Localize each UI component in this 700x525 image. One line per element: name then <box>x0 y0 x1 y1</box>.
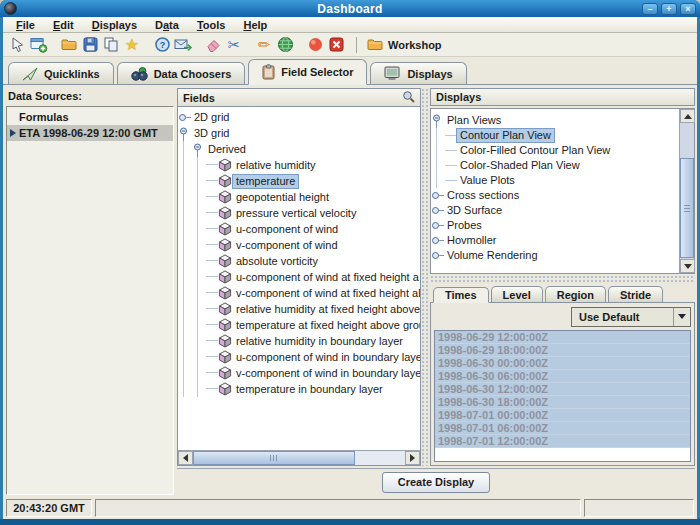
tree-item[interactable]: Value Plots <box>431 173 679 188</box>
tree-item[interactable]: Color-Filled Contour Plan View <box>431 143 679 158</box>
tree-item[interactable]: Derived <box>178 141 420 157</box>
tree-collapsed-icon[interactable] <box>431 188 444 203</box>
settings-tab-times[interactable]: Times <box>433 287 489 303</box>
maximize-button[interactable]: + <box>661 3 677 15</box>
tree-item[interactable]: v-component of wind at fixed height al <box>178 285 420 301</box>
globe-icon[interactable] <box>275 35 295 55</box>
new-window-icon[interactable] <box>29 35 49 55</box>
tab-field-selector[interactable]: Field Selector <box>248 59 367 85</box>
tree-item[interactable]: Cross sections <box>431 188 679 203</box>
menu-data[interactable]: Data <box>146 19 188 31</box>
time-item[interactable]: 1998-06-29 12:00:00Z <box>435 331 690 344</box>
tree-item[interactable]: Volume Rendering <box>431 248 679 263</box>
menu-file[interactable]: File <box>7 19 44 31</box>
search-fields-icon[interactable] <box>402 90 415 105</box>
time-item[interactable]: 1998-06-30 18:00:00Z <box>435 396 690 409</box>
tree-item[interactable]: relative humidity at fixed height above <box>178 301 420 317</box>
times-mode-dropdown[interactable]: Use Default <box>571 307 691 327</box>
save-icon[interactable] <box>80 35 100 55</box>
time-item[interactable]: 1998-07-01 00:00:00Z <box>435 409 690 422</box>
time-item[interactable]: 1998-06-30 12:00:00Z <box>435 383 690 396</box>
tree-expanded-icon[interactable] <box>431 113 444 128</box>
data-source-item[interactable]: ETA 1998-06-29 12:00 GMT <box>7 125 173 141</box>
workshop-folder-icon[interactable]: Workshop <box>365 35 444 55</box>
vertical-split-divider[interactable] <box>421 88 430 466</box>
tree-expanded-icon[interactable] <box>192 142 205 157</box>
create-display-button[interactable]: Create Display <box>382 472 490 493</box>
field-cube-icon <box>218 350 233 364</box>
open-file-icon[interactable] <box>59 35 79 55</box>
minimize-button[interactable]: – <box>642 3 658 15</box>
tree-item[interactable]: 3D grid <box>178 125 420 141</box>
time-item[interactable]: 1998-07-01 12:00:00Z <box>435 435 690 448</box>
tree-item[interactable]: Probes <box>431 218 679 233</box>
tree-item[interactable]: absolute vorticity <box>178 253 420 269</box>
tree-collapsed-icon[interactable] <box>178 110 191 125</box>
tree-item[interactable]: temperature at fixed height above grou <box>178 317 420 333</box>
close-button[interactable]: × <box>680 3 696 15</box>
tree-item[interactable]: Hovmoller <box>431 233 679 248</box>
tree-item[interactable]: pressure vertical velocity <box>178 205 420 221</box>
tree-collapsed-icon[interactable] <box>431 218 444 233</box>
tree-collapsed-icon[interactable] <box>431 248 444 263</box>
menu-edit[interactable]: Edit <box>44 19 83 31</box>
tree-item[interactable]: 2D grid <box>178 109 420 125</box>
horizontal-split-divider[interactable] <box>430 275 695 284</box>
scroll-right-button[interactable] <box>405 451 420 465</box>
time-item[interactable]: 1998-06-30 06:00:00Z <box>435 370 690 383</box>
tree-collapsed-icon[interactable] <box>431 233 444 248</box>
time-item[interactable]: 1998-06-29 18:00:00Z <box>435 344 690 357</box>
toolbar-separator <box>356 37 357 53</box>
edit-pencil-icon[interactable]: ✏ <box>254 35 274 55</box>
data-source-item[interactable]: Formulas <box>7 109 173 125</box>
tree-item[interactable]: Contour Plan View <box>431 128 679 143</box>
menu-tools[interactable]: Tools <box>188 19 235 31</box>
tree-item[interactable]: relative humidity <box>178 157 420 173</box>
titlebar[interactable]: Dashboard – + × <box>0 0 700 17</box>
menu-displays[interactable]: Displays <box>83 19 146 31</box>
tree-item[interactable]: u-component of wind at fixed height a <box>178 269 420 285</box>
help-icon[interactable]: ? <box>152 35 172 55</box>
dropdown-arrow-icon[interactable] <box>673 308 690 326</box>
tree-expanded-icon[interactable] <box>178 126 191 141</box>
tree-collapsed-icon[interactable] <box>431 203 444 218</box>
field-cube-icon <box>218 382 233 396</box>
tree-item[interactable]: u-component of wind <box>178 221 420 237</box>
send-support-icon[interactable] <box>173 35 193 55</box>
settings-tab-level[interactable]: Level <box>491 286 543 302</box>
tree-item-label: v-component of wind <box>233 239 341 252</box>
tree-item[interactable]: v-component of wind in boundary laye <box>178 365 420 381</box>
settings-tab-stride[interactable]: Stride <box>608 286 663 302</box>
tab-displays[interactable]: Displays <box>370 62 466 84</box>
tree-item[interactable]: 3D Surface <box>431 203 679 218</box>
tree-item[interactable]: temperature in boundary layer <box>178 381 420 397</box>
tree-item[interactable]: relative humidity in boundary layer <box>178 333 420 349</box>
menu-help[interactable]: Help <box>234 19 276 31</box>
copy-icon[interactable] <box>101 35 121 55</box>
time-item[interactable]: 1998-07-01 06:00:00Z <box>435 422 690 435</box>
settings-tab-region[interactable]: Region <box>545 286 606 302</box>
scroll-up-button[interactable] <box>680 109 695 123</box>
tree-item-label: 3D grid <box>191 127 232 140</box>
statusbar: 20:43:20 GMT <box>3 497 697 519</box>
favorites-star-icon[interactable]: ★ <box>122 35 142 55</box>
tree-item[interactable]: u-component of wind in boundary laye <box>178 349 420 365</box>
time-item[interactable]: 1998-06-30 00:00:00Z <box>435 357 690 370</box>
tab-quicklinks[interactable]: Quicklinks <box>8 62 114 84</box>
tree-item[interactable]: temperature <box>178 173 420 189</box>
tab-data-choosers[interactable]: Data Choosers <box>117 62 246 84</box>
stop-icon[interactable] <box>305 35 325 55</box>
tree-item[interactable]: Plan Views <box>431 113 679 128</box>
tree-item[interactable]: Color-Shaded Plan View <box>431 158 679 173</box>
tree-item[interactable]: v-component of wind <box>178 237 420 253</box>
vertical-scroll-thumb[interactable] <box>680 158 694 258</box>
scroll-left-button[interactable] <box>178 451 193 465</box>
cut-icon[interactable]: ✂ <box>224 35 244 55</box>
displays-title: Displays <box>436 91 481 103</box>
tree-item[interactable]: geopotential height <box>178 189 420 205</box>
delete-icon[interactable] <box>326 35 346 55</box>
horizontal-scroll-thumb[interactable] <box>193 451 355 465</box>
show-dashboard-icon[interactable] <box>8 35 28 55</box>
eraser-icon[interactable] <box>203 35 223 55</box>
scroll-down-button[interactable] <box>680 259 695 273</box>
